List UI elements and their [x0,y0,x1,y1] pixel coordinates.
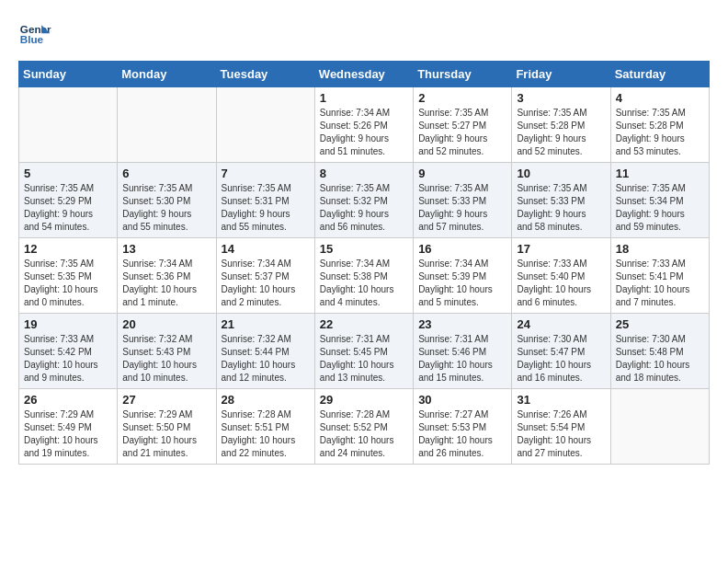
calendar-table: SundayMondayTuesdayWednesdayThursdayFrid… [18,61,710,465]
day-info: Sunrise: 7:35 AM Sunset: 5:28 PM Dayligh… [517,107,605,158]
day-info: Sunrise: 7:32 AM Sunset: 5:44 PM Dayligh… [222,333,310,385]
day-number: 22 [320,317,408,331]
day-number: 15 [320,242,408,256]
day-header-sunday: Sunday [19,62,118,87]
day-cell: 12Sunrise: 7:35 AM Sunset: 5:35 PM Dayli… [19,238,118,314]
day-info: Sunrise: 7:30 AM Sunset: 5:47 PM Dayligh… [517,333,605,385]
day-cell: 30Sunrise: 7:27 AM Sunset: 5:53 PM Dayli… [414,389,512,465]
day-cell: 3Sunrise: 7:35 AM Sunset: 5:28 PM Daylig… [512,87,610,163]
day-info: Sunrise: 7:35 AM Sunset: 5:33 PM Dayligh… [418,182,506,234]
day-number: 5 [24,167,112,180]
day-cell: 9Sunrise: 7:35 AM Sunset: 5:33 PM Daylig… [414,163,512,238]
day-cell: 14Sunrise: 7:34 AM Sunset: 5:37 PM Dayli… [216,238,314,314]
day-info: Sunrise: 7:34 AM Sunset: 5:36 PM Dayligh… [122,258,210,309]
day-number: 9 [418,167,506,180]
week-row-5: 26Sunrise: 7:29 AM Sunset: 5:49 PM Dayli… [19,389,710,465]
day-number: 25 [616,317,704,331]
page-header: General Blue [18,18,710,52]
day-cell: 19Sunrise: 7:33 AM Sunset: 5:42 PM Dayli… [19,314,118,389]
day-cell [216,87,314,163]
day-info: Sunrise: 7:35 AM Sunset: 5:31 PM Dayligh… [222,182,310,234]
day-cell: 13Sunrise: 7:34 AM Sunset: 5:36 PM Dayli… [118,238,216,314]
day-info: Sunrise: 7:32 AM Sunset: 5:43 PM Dayligh… [122,333,210,385]
day-number: 2 [418,91,506,105]
day-cell: 22Sunrise: 7:31 AM Sunset: 5:45 PM Dayli… [314,314,413,389]
day-header-monday: Monday [118,62,216,87]
day-cell: 2Sunrise: 7:35 AM Sunset: 5:27 PM Daylig… [414,87,512,163]
day-number: 26 [24,393,112,407]
day-number: 23 [418,317,506,331]
day-info: Sunrise: 7:30 AM Sunset: 5:48 PM Dayligh… [616,333,704,385]
day-info: Sunrise: 7:31 AM Sunset: 5:45 PM Dayligh… [320,333,408,385]
day-info: Sunrise: 7:35 AM Sunset: 5:34 PM Dayligh… [616,182,704,234]
logo: General Blue [18,18,51,52]
day-header-friday: Friday [512,62,610,87]
day-number: 18 [616,242,704,256]
day-info: Sunrise: 7:35 AM Sunset: 5:33 PM Dayligh… [517,182,605,234]
day-cell: 16Sunrise: 7:34 AM Sunset: 5:39 PM Dayli… [414,238,512,314]
day-cell: 27Sunrise: 7:29 AM Sunset: 5:50 PM Dayli… [118,389,216,465]
day-cell: 29Sunrise: 7:28 AM Sunset: 5:52 PM Dayli… [314,389,413,465]
day-info: Sunrise: 7:27 AM Sunset: 5:53 PM Dayligh… [418,408,506,460]
logo-icon: General Blue [18,18,51,52]
day-cell [610,389,709,465]
day-cell: 6Sunrise: 7:35 AM Sunset: 5:30 PM Daylig… [118,163,216,238]
day-number: 12 [24,242,112,256]
day-number: 13 [122,242,210,256]
day-header-thursday: Thursday [414,62,512,87]
day-info: Sunrise: 7:29 AM Sunset: 5:50 PM Dayligh… [122,408,210,460]
day-number: 27 [122,393,210,407]
day-header-wednesday: Wednesday [314,62,413,87]
day-info: Sunrise: 7:29 AM Sunset: 5:49 PM Dayligh… [24,408,112,460]
day-cell: 20Sunrise: 7:32 AM Sunset: 5:43 PM Dayli… [118,314,216,389]
day-number: 11 [616,167,704,180]
day-info: Sunrise: 7:35 AM Sunset: 5:32 PM Dayligh… [320,182,408,234]
day-number: 1 [320,91,408,105]
day-cell: 18Sunrise: 7:33 AM Sunset: 5:41 PM Dayli… [610,238,709,314]
day-number: 16 [418,242,506,256]
week-row-3: 12Sunrise: 7:35 AM Sunset: 5:35 PM Dayli… [19,238,710,314]
day-info: Sunrise: 7:35 AM Sunset: 5:30 PM Dayligh… [122,182,210,234]
day-number: 20 [122,317,210,331]
day-number: 6 [122,167,210,180]
day-info: Sunrise: 7:33 AM Sunset: 5:41 PM Dayligh… [616,258,704,309]
day-header-saturday: Saturday [610,62,709,87]
day-number: 29 [320,393,408,407]
day-number: 30 [418,393,506,407]
day-cell: 7Sunrise: 7:35 AM Sunset: 5:31 PM Daylig… [216,163,314,238]
day-number: 19 [24,317,112,331]
day-number: 14 [222,242,310,256]
day-cell: 25Sunrise: 7:30 AM Sunset: 5:48 PM Dayli… [610,314,709,389]
day-info: Sunrise: 7:34 AM Sunset: 5:38 PM Dayligh… [320,258,408,309]
day-cell: 10Sunrise: 7:35 AM Sunset: 5:33 PM Dayli… [512,163,610,238]
day-number: 31 [517,393,605,407]
day-number: 24 [517,317,605,331]
day-number: 21 [222,317,310,331]
day-cell: 8Sunrise: 7:35 AM Sunset: 5:32 PM Daylig… [314,163,413,238]
day-cell: 11Sunrise: 7:35 AM Sunset: 5:34 PM Dayli… [610,163,709,238]
day-info: Sunrise: 7:34 AM Sunset: 5:37 PM Dayligh… [222,258,310,309]
day-number: 3 [517,91,605,105]
day-header-row: SundayMondayTuesdayWednesdayThursdayFrid… [19,62,710,87]
day-cell: 4Sunrise: 7:35 AM Sunset: 5:28 PM Daylig… [610,87,709,163]
day-cell [118,87,216,163]
day-cell: 31Sunrise: 7:26 AM Sunset: 5:54 PM Dayli… [512,389,610,465]
week-row-4: 19Sunrise: 7:33 AM Sunset: 5:42 PM Dayli… [19,314,710,389]
day-number: 4 [616,91,704,105]
day-info: Sunrise: 7:35 AM Sunset: 5:27 PM Dayligh… [418,107,506,158]
day-info: Sunrise: 7:33 AM Sunset: 5:42 PM Dayligh… [24,333,112,385]
day-info: Sunrise: 7:26 AM Sunset: 5:54 PM Dayligh… [517,408,605,460]
day-cell: 21Sunrise: 7:32 AM Sunset: 5:44 PM Dayli… [216,314,314,389]
day-info: Sunrise: 7:28 AM Sunset: 5:52 PM Dayligh… [320,408,408,460]
day-cell: 15Sunrise: 7:34 AM Sunset: 5:38 PM Dayli… [314,238,413,314]
day-number: 8 [320,167,408,180]
day-cell: 24Sunrise: 7:30 AM Sunset: 5:47 PM Dayli… [512,314,610,389]
day-number: 17 [517,242,605,256]
day-cell: 28Sunrise: 7:28 AM Sunset: 5:51 PM Dayli… [216,389,314,465]
day-info: Sunrise: 7:33 AM Sunset: 5:40 PM Dayligh… [517,258,605,309]
day-cell: 1Sunrise: 7:34 AM Sunset: 5:26 PM Daylig… [314,87,413,163]
day-cell: 23Sunrise: 7:31 AM Sunset: 5:46 PM Dayli… [414,314,512,389]
week-row-1: 1Sunrise: 7:34 AM Sunset: 5:26 PM Daylig… [19,87,710,163]
day-number: 28 [222,393,310,407]
day-cell: 17Sunrise: 7:33 AM Sunset: 5:40 PM Dayli… [512,238,610,314]
